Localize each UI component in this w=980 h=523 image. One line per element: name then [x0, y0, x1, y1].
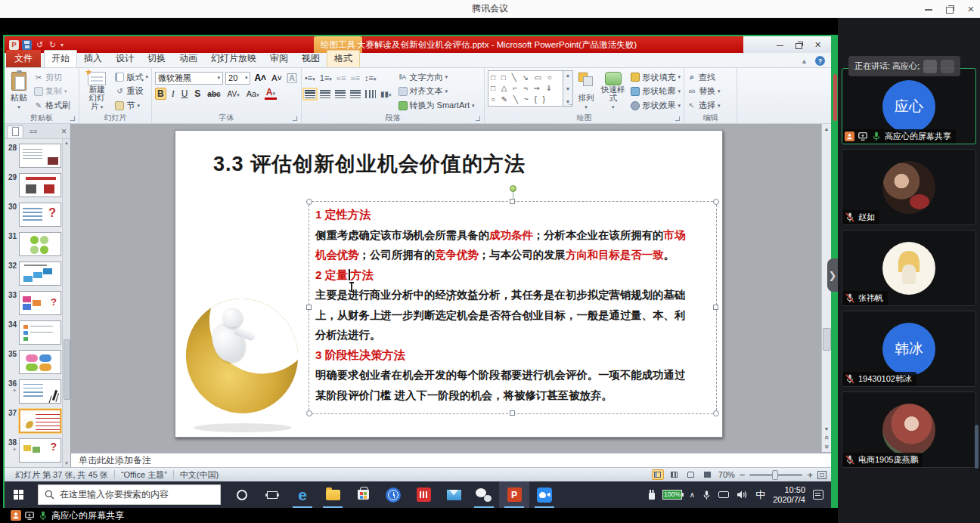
- ppt-tab-设计[interactable]: 设计: [109, 51, 141, 67]
- paste-button[interactable]: 粘贴▾: [8, 70, 30, 113]
- decrease-indent-button[interactable]: «≡: [336, 73, 346, 82]
- copy-button[interactable]: 复制▾: [34, 85, 70, 97]
- ppt-tab-格式[interactable]: 格式: [327, 50, 360, 67]
- thumbnail-preview[interactable]: [19, 320, 61, 345]
- taskbar-app-red-app[interactable]: [408, 481, 439, 508]
- change-case-button[interactable]: Aa▾: [245, 89, 261, 98]
- selection-handle[interactable]: [510, 410, 515, 416]
- slide-sorter-view-button[interactable]: [668, 469, 681, 480]
- participant-tile-1[interactable]: 应心高应心的屏幕共享: [842, 68, 976, 144]
- shape-outline-button[interactable]: 形状轮廓▾: [631, 85, 681, 97]
- sidebar-scrollbar-thumb[interactable]: [975, 425, 978, 469]
- increase-indent-button[interactable]: »≡: [350, 73, 360, 82]
- participant-tile-5[interactable]: 电商1905庞燕鹏: [842, 391, 976, 468]
- selection-handle[interactable]: [713, 410, 719, 416]
- thumbnail-preview[interactable]: [19, 350, 61, 374]
- outline-tab[interactable]: ≡≡: [25, 125, 42, 138]
- ppt-tab-开始[interactable]: 开始: [44, 50, 77, 67]
- slide-thumbnail-30[interactable]: 30: [6, 203, 61, 227]
- slide-title[interactable]: 3.3 评估创新创业机会价值的方法: [213, 150, 526, 178]
- zoom-in-button[interactable]: +: [807, 469, 813, 481]
- tray-microphone-icon[interactable]: [702, 490, 711, 500]
- notes-pane[interactable]: 单击此处添加备注: [71, 452, 831, 467]
- thumbnail-preview[interactable]: [19, 379, 61, 404]
- tray-device-icon[interactable]: [718, 491, 729, 498]
- strikethrough-button[interactable]: abc: [206, 90, 222, 98]
- font-color-button[interactable]: A▾: [265, 88, 277, 100]
- shadow-button[interactable]: S: [193, 88, 202, 99]
- align-center-button[interactable]: [320, 90, 330, 98]
- slide-thumbnail-35[interactable]: 35: [6, 350, 61, 374]
- taskbar-app-mail[interactable]: [439, 481, 469, 508]
- meeting-minimize-button[interactable]: [924, 5, 933, 14]
- italic-button[interactable]: I: [170, 88, 176, 100]
- fit-to-window-button[interactable]: [817, 471, 826, 479]
- thumbnail-preview[interactable]: [19, 173, 61, 197]
- participant-tile-2[interactable]: 赵如: [842, 149, 976, 225]
- tray-speaker-icon[interactable]: [737, 490, 748, 500]
- selection-handle[interactable]: [713, 199, 719, 205]
- align-text-button[interactable]: 对齐文本▾: [399, 85, 475, 97]
- slideshow-view-button[interactable]: [702, 469, 714, 480]
- collapse-ribbon-icon[interactable]: ▲: [801, 57, 808, 65]
- line-spacing-button[interactable]: ↕≡▾: [364, 73, 376, 82]
- thumbnail-scrollbar[interactable]: ▲ ▼: [62, 139, 70, 467]
- ppt-tab-切换[interactable]: 切换: [141, 51, 172, 67]
- reset-button[interactable]: ↺重设: [115, 85, 148, 97]
- layout-button[interactable]: 版式▾: [115, 71, 148, 84]
- distribute-button[interactable]: [365, 90, 376, 98]
- convert-smartart-button[interactable]: 转换为 SmartArt▾: [399, 99, 475, 112]
- text-direction-button[interactable]: ‖A文字方向▾: [399, 71, 475, 84]
- meeting-close-button[interactable]: ×: [966, 5, 975, 14]
- shapes-gallery[interactable]: □ □ ╲ ↘ ▭ ○ □ △ ⌐ ¬ ⇒ ⇓ ○ ✎ ╲ ~ { }: [488, 70, 563, 107]
- help-icon[interactable]: ?: [815, 56, 825, 66]
- slide-thumbnail-33[interactable]: 33: [6, 291, 61, 315]
- action-center-icon[interactable]: [813, 490, 823, 500]
- arrange-button[interactable]: 排列▾: [577, 70, 595, 113]
- ppt-close-button[interactable]: ×: [814, 41, 822, 49]
- drawing-dialog-launcher[interactable]: [675, 116, 680, 121]
- taskbar-clock[interactable]: 10:50 2020/7/4: [773, 485, 805, 505]
- thumbnail-scrollbar-thumb[interactable]: [64, 339, 70, 400]
- ppt-tab-视图[interactable]: 视图: [295, 51, 327, 67]
- slides-tab[interactable]: [7, 125, 23, 138]
- undo-button[interactable]: ↺: [35, 40, 45, 50]
- taskbar-app-store[interactable]: [348, 481, 378, 508]
- font-name-select[interactable]: 微软雅黑▾: [155, 72, 223, 85]
- justify-button[interactable]: [350, 90, 361, 98]
- reading-view-button[interactable]: [685, 469, 697, 480]
- start-button[interactable]: [5, 481, 38, 508]
- shrink-font-button[interactable]: A˅: [270, 73, 284, 82]
- ppt-tab-审阅[interactable]: 审阅: [263, 51, 295, 67]
- align-left-button[interactable]: [305, 90, 315, 98]
- new-slide-button[interactable]: 新建幻灯片 ▾: [82, 70, 111, 113]
- bullets-button[interactable]: •≡▾: [305, 73, 315, 82]
- battery-indicator[interactable]: 100%: [662, 490, 682, 500]
- selection-handle[interactable]: [713, 305, 718, 310]
- language-indicator[interactable]: 中文(中国): [174, 469, 225, 481]
- ppt-tab-动画[interactable]: 动画: [172, 51, 204, 67]
- taskbar-app-cortana[interactable]: [227, 481, 257, 508]
- shape-effects-button[interactable]: 形状效果▾: [631, 99, 681, 112]
- clipboard-dialog-launcher[interactable]: [70, 116, 75, 121]
- taskbar-app-powerpoint[interactable]: P: [499, 481, 529, 508]
- shapes-gallery-scroll[interactable]: ▲▼▼̲: [563, 70, 573, 107]
- participant-tile-4[interactable]: 韩冰19430102韩冰: [842, 311, 976, 387]
- bold-button[interactable]: B: [155, 88, 166, 100]
- slide-thumbnail-29[interactable]: 29: [6, 173, 61, 197]
- ppt-restore-button[interactable]: [795, 41, 803, 49]
- shape-fill-button[interactable]: 形状填充▾: [631, 71, 681, 84]
- character-spacing-button[interactable]: AV▾: [226, 90, 241, 98]
- thumbnail-preview[interactable]: [19, 203, 61, 227]
- replace-button[interactable]: ab替换▾: [687, 85, 721, 97]
- slide-thumbnail-36[interactable]: 36✦: [6, 379, 61, 404]
- section-button[interactable]: 节▾: [115, 99, 148, 112]
- slide-thumbnail-37[interactable]: 37: [6, 409, 61, 433]
- zoom-slider-thumb[interactable]: [772, 470, 778, 480]
- slide-thumbnail-31[interactable]: 31: [6, 232, 61, 256]
- qat-customize-caret[interactable]: ▾: [60, 42, 64, 48]
- select-button[interactable]: ↖选择▾: [687, 99, 721, 112]
- rotate-handle[interactable]: [510, 185, 516, 192]
- taskbar-app-edge[interactable]: e: [287, 481, 318, 508]
- selection-handle[interactable]: [306, 199, 312, 205]
